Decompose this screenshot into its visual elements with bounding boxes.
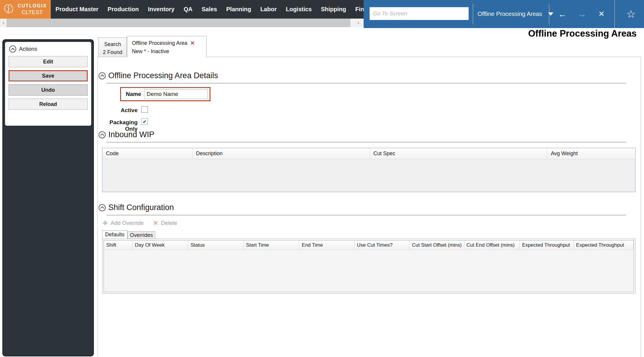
menu-item-qa[interactable]: QA bbox=[184, 6, 192, 13]
shift-config-title: Shift Configuration bbox=[108, 203, 174, 212]
shift-table-panel: Shift Day Of Week Status Start Time End … bbox=[102, 239, 635, 294]
close-tab-icon[interactable]: ✕ bbox=[190, 40, 195, 46]
close-screen-button[interactable]: ✕ bbox=[594, 0, 609, 28]
brain-logo-icon bbox=[3, 3, 14, 16]
main-menu: Product Master Production Inventory QA S… bbox=[51, 0, 364, 19]
menu-item-planning[interactable]: Planning bbox=[226, 6, 251, 13]
shift-table: Shift Day Of Week Status Start Time End … bbox=[104, 240, 634, 292]
column-header-shift[interactable]: Shift bbox=[104, 240, 133, 250]
tab-defaults[interactable]: Defaults bbox=[102, 230, 128, 239]
column-header-expected-throughput-1[interactable]: Expected Throughput bbox=[520, 240, 574, 250]
name-field-highlight: Name bbox=[120, 87, 210, 101]
column-header-description[interactable]: Description bbox=[192, 148, 370, 159]
quick-access-bar: Offline Processing Areas ← → ✕ ☆ bbox=[364, 0, 644, 28]
packaging-only-checkbox[interactable] bbox=[141, 118, 148, 125]
column-header-cut-start-offset[interactable]: Cut Start Offset (mins) bbox=[410, 240, 464, 250]
name-input[interactable] bbox=[144, 89, 208, 99]
brand-name: CUTLOGIX bbox=[18, 3, 47, 9]
collapse-shift-config-icon[interactable] bbox=[99, 204, 106, 211]
top-nav-bar: CUTLOGIX CLTEST Product Master Productio… bbox=[0, 0, 364, 19]
shift-config-section-header: Shift Configuration bbox=[99, 203, 174, 212]
tab-search-results[interactable]: Search 2 Found bbox=[98, 37, 127, 57]
add-override-button[interactable]: Add Override bbox=[111, 220, 144, 226]
save-button[interactable]: Save bbox=[9, 70, 88, 81]
record-tab-line1: Offline Processing Area✕ bbox=[132, 39, 202, 48]
delete-button[interactable]: Delete bbox=[161, 220, 177, 226]
active-label: Active bbox=[98, 107, 138, 114]
column-header-expected-throughput-2[interactable]: Expected Throughput bbox=[574, 240, 634, 250]
details-section-header: Offline Processing Area Details bbox=[99, 71, 218, 80]
add-icon: ✚ bbox=[103, 220, 108, 227]
menu-item-inventory[interactable]: Inventory bbox=[148, 6, 174, 13]
active-checkbox[interactable] bbox=[141, 106, 148, 113]
name-label: Name bbox=[123, 91, 141, 97]
record-tab-status: New * - Inactive bbox=[132, 48, 202, 56]
collapse-details-icon[interactable] bbox=[99, 72, 106, 79]
inbound-wip-table: Code Description Cut Spec Avg Weight bbox=[102, 148, 635, 192]
menu-item-finance[interactable]: Finance bbox=[355, 6, 364, 13]
inbound-wip-table-body bbox=[102, 159, 635, 192]
menu-scrollbar: ‹ › bbox=[0, 19, 364, 27]
column-header-day-of-week[interactable]: Day Of Week bbox=[133, 240, 188, 250]
column-header-start-time[interactable]: Start Time bbox=[244, 240, 299, 250]
edit-button[interactable]: Edit bbox=[9, 56, 88, 67]
search-tab-line1: Search bbox=[99, 40, 127, 48]
environment-name: CLTEST bbox=[22, 9, 43, 16]
menu-item-production[interactable]: Production bbox=[108, 6, 139, 13]
column-header-cut-end-offset[interactable]: Cut End Offset (mins) bbox=[464, 240, 520, 250]
column-header-code[interactable]: Code bbox=[102, 148, 192, 159]
collapse-actions-icon[interactable] bbox=[9, 45, 16, 53]
details-section-title: Offline Processing Area Details bbox=[108, 71, 218, 80]
record-detail-panel: Offline Processing Area Details Name Act… bbox=[97, 57, 641, 357]
menu-item-product-master[interactable]: Product Master bbox=[55, 6, 99, 13]
actions-title: Actions bbox=[19, 46, 37, 52]
go-to-screen-input[interactable] bbox=[370, 7, 469, 20]
shift-table-header: Shift Day Of Week Status Start Time End … bbox=[104, 240, 634, 250]
forward-button[interactable]: → bbox=[574, 0, 590, 28]
app-logo[interactable]: CUTLOGIX CLTEST bbox=[0, 0, 51, 19]
divider bbox=[107, 215, 626, 215]
tab-overrides[interactable]: Overrides bbox=[128, 231, 155, 239]
divider bbox=[107, 142, 626, 143]
menu-item-shipping[interactable]: Shipping bbox=[321, 6, 346, 13]
divider bbox=[473, 4, 473, 24]
page-title: Offline Processing Areas bbox=[528, 28, 637, 39]
divider bbox=[549, 4, 549, 24]
inbound-wip-title: Inbound WIP bbox=[108, 130, 154, 139]
back-button[interactable]: ← bbox=[555, 0, 570, 28]
screen-selector-dropdown[interactable]: Offline Processing Areas bbox=[478, 0, 553, 28]
column-header-end-time[interactable]: End Time bbox=[299, 240, 354, 250]
tab-offline-processing-area[interactable]: Offline Processing Area✕ New * - Inactiv… bbox=[127, 36, 207, 57]
collapse-inbound-wip-icon[interactable] bbox=[99, 131, 106, 138]
scrollbar-thumb[interactable] bbox=[6, 19, 350, 27]
scroll-right-icon[interactable]: › bbox=[353, 19, 364, 27]
column-header-status[interactable]: Status bbox=[188, 240, 243, 250]
screen-selector-label: Offline Processing Areas bbox=[478, 11, 542, 17]
actions-card: Actions Edit Save Undo Reload bbox=[5, 42, 91, 126]
reload-button[interactable]: Reload bbox=[9, 99, 88, 110]
favorite-star-button[interactable]: ☆ bbox=[618, 0, 644, 28]
column-header-use-cut-times[interactable]: Use Cut Times? bbox=[354, 240, 410, 250]
scroll-left-icon[interactable]: ‹ bbox=[0, 19, 7, 27]
menu-item-sales[interactable]: Sales bbox=[202, 6, 217, 13]
column-header-avg-weight[interactable]: Avg Weight bbox=[547, 148, 635, 159]
actions-sidebar: Actions Edit Save Undo Reload bbox=[2, 39, 94, 356]
search-tab-line2: 2 Found bbox=[99, 48, 127, 56]
actions-header: Actions bbox=[9, 45, 88, 53]
divider bbox=[614, 0, 615, 28]
shift-table-body bbox=[104, 250, 634, 292]
delete-icon: ✕ bbox=[153, 220, 158, 227]
inbound-wip-section-header: Inbound WIP bbox=[99, 130, 154, 139]
inbound-wip-table-header: Code Description Cut Spec Avg Weight bbox=[102, 148, 635, 159]
undo-button[interactable]: Undo bbox=[9, 84, 88, 96]
shift-toolbar: ✚ Add Override ✕ Delete bbox=[103, 220, 177, 227]
divider bbox=[107, 83, 626, 83]
menu-item-labor[interactable]: Labor bbox=[260, 6, 277, 13]
column-header-cut-spec[interactable]: Cut Spec bbox=[370, 148, 547, 159]
menu-item-logistics[interactable]: Logistics bbox=[286, 6, 312, 13]
